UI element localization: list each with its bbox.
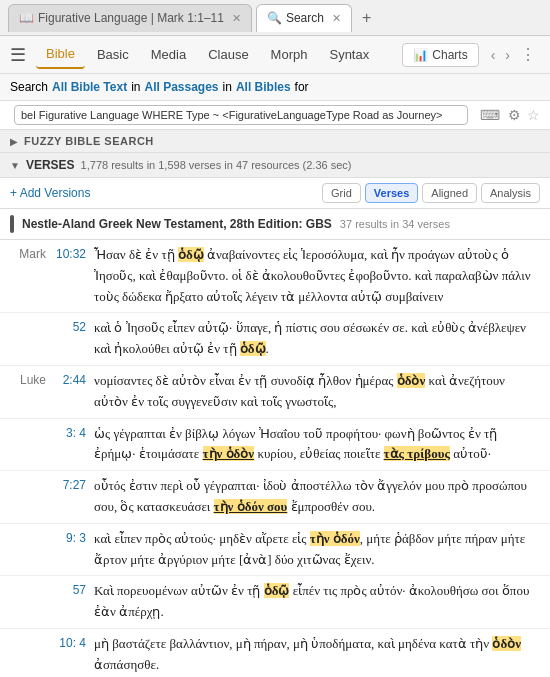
charts-button[interactable]: 📊 Charts: [402, 43, 478, 67]
active-tab-close[interactable]: ✕: [332, 12, 341, 25]
nav-arrows: ‹ ›: [487, 45, 514, 65]
fuzzy-section-header[interactable]: ▶ FUZZY BIBLE SEARCH: [0, 130, 550, 153]
verse-group-luke-2: Luke 2:44 νομίσαντες δὲ αὐτὸν εἶναι ἐν τ…: [0, 366, 550, 419]
back-arrow[interactable]: ‹: [487, 45, 500, 65]
verse-row: 57 Καὶ πορευομένων αὐτῶν ἐν τῇ ὁδῷ εἶπέν…: [0, 576, 550, 628]
verse-text-luke-7-27: οὗτός ἐστιν περὶ οὗ γέγραπται· ἰδοὺ ἀποσ…: [94, 476, 540, 518]
search-in1: in: [131, 80, 140, 94]
verse-row: Luke 2:44 νομίσαντες δὲ αὐτὸν εἶναι ἐν τ…: [0, 366, 550, 418]
verse-row: 3: 4 ὡς γέγραπται ἐν βίβλῳ λόγων Ἠσαΐου …: [0, 419, 550, 471]
nav-basic[interactable]: Basic: [87, 41, 139, 68]
verse-group-mark-10: Mark 10:32 Ἦσαν δὲ ἐν τῇ ὁδῷ ἀναβαίνοντε…: [0, 240, 550, 313]
search-query-text[interactable]: bel Figurative Language WHERE Type ~ <Fi…: [21, 109, 461, 121]
bookmark-icon[interactable]: ☆: [527, 107, 540, 123]
highlight-word: τὰς τρίβους: [384, 446, 450, 461]
search-bar: Search All Bible Text in All Passages in…: [0, 74, 550, 101]
view-analysis[interactable]: Analysis: [481, 183, 540, 203]
search-scope-passages[interactable]: All Passages: [145, 80, 219, 94]
verse-group-luke-7: 7:27 οὗτός ἐστιν περὶ οὗ γέγραπται· ἰδοὺ…: [0, 471, 550, 524]
search-suffix: for: [295, 80, 309, 94]
search-scope-text[interactable]: All Bible Text: [52, 80, 127, 94]
verses-count: 1,778 results in 1,598 verses in 47 reso…: [81, 159, 352, 171]
search-action-icons: ⌨ ⚙ ☆: [478, 107, 540, 123]
bible-version-header: Nestle-Aland Greek New Testament, 28th E…: [0, 209, 550, 240]
highlight-word: ὁδὸν: [397, 373, 426, 388]
verse-ref-52[interactable]: 52: [54, 318, 86, 334]
verse-ref-9-3[interactable]: 9: 3: [54, 529, 86, 545]
verse-ref-10-4[interactable]: 10: 4: [54, 634, 86, 650]
title-bar: 📖 Figurative Language | Mark 1:1–11 ✕ 🔍 …: [0, 0, 550, 36]
verse-ref-7-27[interactable]: 7:27: [54, 476, 86, 492]
verse-text-luke-9-3: καὶ εἶπεν πρὸς αὐτούς· μηδὲν αἴρετε εἰς …: [94, 529, 540, 571]
search-scope-bibles[interactable]: All Bibles: [236, 80, 291, 94]
verse-ref-57[interactable]: 57: [54, 581, 86, 597]
verse-group-luke-9-57: 57 Καὶ πορευομένων αὐτῶν ἐν τῇ ὁδῷ εἶπέν…: [0, 576, 550, 629]
verse-text-luke-2-44: νομίσαντες δὲ αὐτὸν εἶναι ἐν τῇ συνοδίᾳ …: [94, 371, 540, 413]
book-label-empty3: [10, 476, 46, 478]
forward-arrow[interactable]: ›: [501, 45, 514, 65]
inactive-tab-label: Figurative Language | Mark 1:1–11: [38, 11, 224, 25]
verse-row: 7:27 οὗτός ἐστιν περὶ οὗ γέγραπται· ἰδοὺ…: [0, 471, 550, 523]
verse-row: 10: 4 μὴ βαστάζετε βαλλάντιον, μὴ πήραν,…: [0, 629, 550, 677]
verse-text-mark-10-32: Ἦσαν δὲ ἐν τῇ ὁδῷ ἀναβαίνοντες εἰς Ἱεροσ…: [94, 245, 540, 307]
verse-text-luke-10-4: μὴ βαστάζετε βαλλάντιον, μὴ πήραν, μὴ ὑπ…: [94, 634, 540, 676]
view-aligned[interactable]: Aligned: [422, 183, 477, 203]
search-in2: in: [223, 80, 232, 94]
highlight-word: ὁδῷ: [240, 341, 266, 356]
active-tab[interactable]: 🔍 Search ✕: [256, 4, 352, 32]
verse-row: 9: 3 καὶ εἶπεν πρὸς αὐτούς· μηδὲν αἴρετε…: [0, 524, 550, 576]
nav-clause[interactable]: Clause: [198, 41, 258, 68]
view-mode-buttons: Grid Verses Aligned Analysis: [322, 183, 540, 203]
nav-morph[interactable]: Morph: [261, 41, 318, 68]
book-label-empty2: [10, 424, 46, 426]
verse-text-luke-3-4: ὡς γέγραπται ἐν βίβλῳ λόγων Ἠσαΐου τοῦ π…: [94, 424, 540, 466]
verse-ref-2-44[interactable]: 2:44: [54, 371, 86, 387]
book-label-luke: Luke: [10, 371, 46, 387]
verse-group-luke-3: 3: 4 ὡς γέγραπται ἐν βίβλῳ λόγων Ἠσαΐου …: [0, 419, 550, 472]
book-label: Mark: [10, 245, 46, 261]
verse-group-mark-52: 52 καὶ ὁ Ἰησοῦς εἶπεν αὐτῷ· ὕπαγε, ἡ πίσ…: [0, 313, 550, 366]
more-options-button[interactable]: ⋮: [516, 45, 540, 64]
highlight-word: ὁδῷ: [178, 247, 204, 262]
fuzzy-collapse-icon: ▶: [10, 136, 18, 147]
view-grid[interactable]: Grid: [322, 183, 361, 203]
verses-section-header[interactable]: ▼ VERSES 1,778 results in 1,598 verses i…: [0, 153, 550, 178]
add-versions-link[interactable]: Add Versions: [10, 186, 90, 200]
verse-ref-3-4[interactable]: 3: 4: [54, 424, 86, 440]
verse-group-luke-9-3: 9: 3 καὶ εἶπεν πρὸς αὐτούς· μηδὲν αἴρετε…: [0, 524, 550, 577]
book-label-empty5: [10, 581, 46, 583]
nav-bible[interactable]: Bible: [36, 40, 85, 69]
book-label-empty: [10, 318, 46, 320]
charts-icon: 📊: [413, 48, 428, 62]
verse-text-mark-52: καὶ ὁ Ἰησοῦς εἶπεν αὐτῷ· ὕπαγε, ἡ πίστις…: [94, 318, 540, 360]
book-label-empty4: [10, 529, 46, 531]
nav-media[interactable]: Media: [141, 41, 196, 68]
view-verses[interactable]: Verses: [365, 183, 418, 203]
charts-label: Charts: [432, 48, 467, 62]
search-input-container: bel Figurative Language WHERE Type ~ <Fi…: [14, 105, 468, 125]
fuzzy-section-title: FUZZY BIBLE SEARCH: [24, 135, 154, 147]
verses-section-title: VERSES: [26, 158, 75, 172]
verse-row: 52 καὶ ὁ Ἰησοῦς εἶπεν αὐτῷ· ὕπαγε, ἡ πίσ…: [0, 313, 550, 365]
search-prefix: Search: [10, 80, 48, 94]
verses-content: Mark 10:32 Ἦσαν δὲ ἐν τῇ ὁδῷ ἀναβαίνοντε…: [0, 240, 550, 677]
verse-ref-10-32[interactable]: 10:32: [54, 245, 86, 261]
verses-collapse-icon: ▼: [10, 160, 20, 171]
inactive-tab-close[interactable]: ✕: [232, 12, 241, 25]
version-result-count: 37 results in 34 verses: [340, 218, 450, 230]
menu-icon[interactable]: ☰: [10, 44, 26, 66]
highlight-word: τὴν ὁδόν: [310, 531, 360, 546]
search-tab-icon: 🔍: [267, 11, 282, 25]
active-tab-label: Search: [286, 11, 324, 25]
keyboard-icon[interactable]: ⌨: [478, 107, 502, 123]
verse-text-luke-57: Καὶ πορευομένων αὐτῶν ἐν τῇ ὁδῷ εἶπέν τι…: [94, 581, 540, 623]
highlight-word: ὁδῷ: [264, 583, 290, 598]
verse-row: Mark 10:32 Ἦσαν δὲ ἐν τῇ ὁδῷ ἀναβαίνοντε…: [0, 240, 550, 312]
versions-toolbar: Add Versions Grid Verses Aligned Analysi…: [0, 178, 550, 209]
nav-syntax[interactable]: Syntax: [319, 41, 379, 68]
settings-icon[interactable]: ⚙: [506, 107, 523, 123]
version-name: Nestle-Aland Greek New Testament, 28th E…: [22, 217, 332, 231]
verse-group-luke-10: 10: 4 μὴ βαστάζετε βαλλάντιον, μὴ πήραν,…: [0, 629, 550, 677]
inactive-tab[interactable]: 📖 Figurative Language | Mark 1:1–11 ✕: [8, 4, 252, 32]
new-tab-button[interactable]: +: [356, 9, 377, 27]
